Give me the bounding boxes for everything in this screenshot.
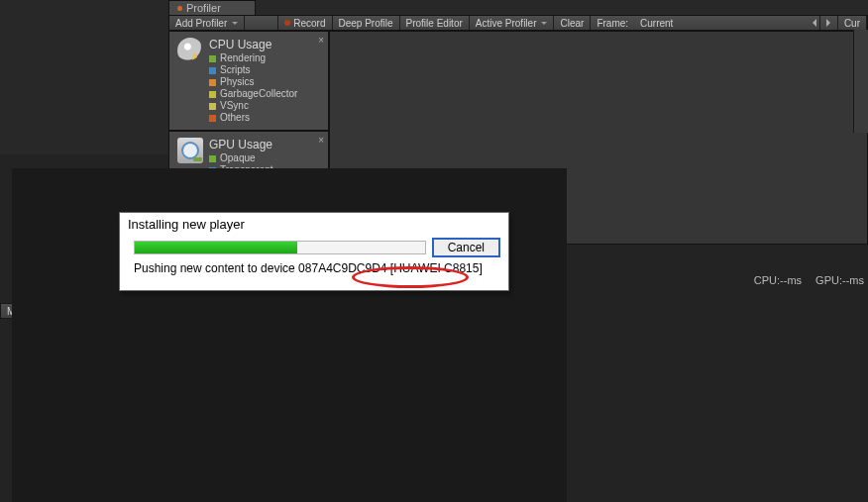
legend-swatch bbox=[209, 155, 216, 162]
legend-label: Scripts bbox=[220, 64, 251, 76]
legend-label: Rendering bbox=[220, 52, 266, 64]
gpu-usage-icon bbox=[177, 138, 203, 163]
cpu-usage-panel[interactable]: × CPU Usage Rendering Scripts Physics Ga… bbox=[168, 31, 329, 131]
vertical-scrollbar[interactable] bbox=[853, 30, 868, 133]
install-progress-bar bbox=[134, 241, 426, 254]
active-profiler-label: Active Profiler bbox=[476, 18, 537, 29]
profiler-toolbar: Add Profiler Record Deep Profile Profile… bbox=[168, 15, 868, 31]
legend-item[interactable]: VSync bbox=[209, 100, 297, 112]
cpu-usage-icon bbox=[177, 38, 203, 63]
timing-status: CPU:--ms GPU:--ms bbox=[754, 274, 864, 286]
legend-item[interactable]: Rendering bbox=[209, 52, 297, 64]
legend-label: Physics bbox=[220, 76, 254, 88]
clear-button[interactable]: Clear bbox=[554, 16, 591, 30]
legend-item[interactable]: Others bbox=[209, 112, 297, 124]
legend-item[interactable]: Scripts bbox=[209, 64, 297, 76]
legend-swatch bbox=[209, 115, 216, 122]
install-player-dialog: Installing new player Cancel Pushing new… bbox=[119, 212, 509, 291]
legend-item[interactable]: GarbageCollector bbox=[209, 88, 297, 100]
cpu-legend: Rendering Scripts Physics GarbageCollect… bbox=[209, 52, 297, 124]
add-profiler-label: Add Profiler bbox=[175, 18, 227, 29]
cpu-usage-title: CPU Usage bbox=[209, 38, 297, 51]
legend-label: Others bbox=[220, 112, 250, 124]
progress-fill bbox=[135, 242, 297, 253]
profile-editor-button[interactable]: Profile Editor bbox=[400, 16, 470, 30]
frame-section: Frame: Current bbox=[591, 16, 679, 30]
legend-label: VSync bbox=[220, 100, 249, 112]
cancel-button[interactable]: Cancel bbox=[432, 238, 500, 257]
tab-profiler[interactable]: Profiler bbox=[168, 0, 256, 15]
legend-item[interactable]: Physics bbox=[209, 76, 297, 88]
frame-label: Frame: bbox=[597, 18, 628, 29]
chevron-right-icon bbox=[826, 19, 834, 27]
dialog-status-text: Pushing new content to device 087A4C9DC9… bbox=[120, 257, 508, 275]
legend-swatch bbox=[209, 79, 216, 86]
dialog-title: Installing new player bbox=[120, 213, 508, 234]
legend-label: Opaque bbox=[220, 152, 256, 164]
profiler-window: Profiler Add Profiler Record Deep Profil… bbox=[0, 0, 868, 502]
frame-value: Current bbox=[640, 18, 673, 29]
legend-label: GarbageCollector bbox=[220, 88, 297, 100]
tab-label: Profiler bbox=[186, 2, 221, 14]
gpu-usage-title: GPU Usage bbox=[209, 138, 290, 151]
active-profiler-dropdown[interactable]: Active Profiler bbox=[470, 16, 555, 30]
legend-swatch bbox=[209, 55, 216, 62]
profiler-tab-bullet bbox=[177, 6, 182, 11]
add-profiler-dropdown[interactable]: Add Profiler bbox=[169, 16, 245, 30]
current-button[interactable]: Cur bbox=[838, 16, 867, 30]
legend-swatch bbox=[209, 67, 216, 74]
cpu-time: CPU:--ms bbox=[754, 274, 802, 286]
frame-next-button[interactable] bbox=[820, 16, 838, 30]
legend-swatch bbox=[209, 91, 216, 98]
toolbar-spacer-1 bbox=[245, 16, 278, 30]
close-icon[interactable]: × bbox=[318, 135, 324, 146]
legend-item[interactable]: Opaque bbox=[209, 152, 290, 164]
record-button[interactable]: Record bbox=[278, 16, 332, 30]
gpu-time: GPU:--ms bbox=[815, 274, 864, 286]
chevron-left-icon bbox=[809, 19, 816, 27]
close-icon[interactable]: × bbox=[318, 35, 324, 46]
record-label: Record bbox=[293, 18, 325, 29]
legend-swatch bbox=[209, 103, 216, 110]
frame-prev-button[interactable] bbox=[803, 16, 820, 30]
deep-profile-button[interactable]: Deep Profile bbox=[333, 16, 400, 30]
record-icon bbox=[284, 20, 290, 26]
